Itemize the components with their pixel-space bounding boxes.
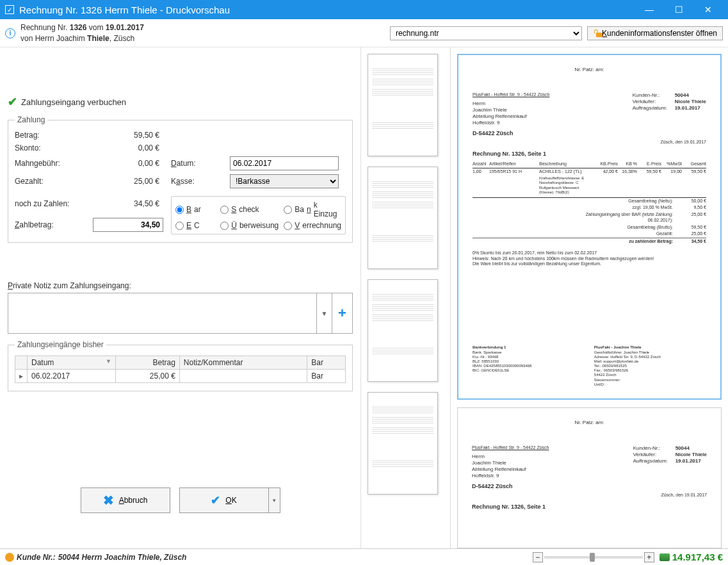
header-text: Rechnung Nr. 1326 vom 19.01.2017 von Her…	[20, 22, 385, 44]
thumbnail-panel	[360, 47, 450, 548]
page-thumbnail-1[interactable]	[368, 54, 438, 156]
zoom-in-button[interactable]: +	[644, 552, 654, 562]
cancel-button[interactable]: ✖ Abbruch	[81, 487, 170, 513]
preview-pane[interactable]: Nr. Patz: am: PlusFakt - Hoffeld Str. 9 …	[450, 47, 728, 548]
payment-fieldset: Zahlung Betrag: 59,50 € Skonto: 0,00 € M…	[8, 115, 353, 243]
close-button[interactable]: ✕	[693, 0, 723, 19]
zoom-knob[interactable]	[590, 553, 595, 562]
invoice-title: Rechnung Nr. 1326, Seite 1	[473, 151, 706, 158]
note-add-button[interactable]: +	[332, 293, 352, 333]
lbl-zahlbetrag: Zahlbetrag:	[15, 220, 85, 229]
val-gezahlt: 25,00 €	[93, 177, 163, 186]
main: ✔ Zahlungseingang verbuchen Zahlung Betr…	[0, 47, 728, 548]
page-thumbnail-4[interactable]	[368, 392, 438, 495]
app-icon: ✓	[5, 5, 14, 14]
template-select[interactable]: rechnung.ntr	[390, 26, 582, 40]
private-note-textarea[interactable]	[8, 293, 316, 333]
private-note-label: Private Notiz zum Zahlungseingang:	[8, 281, 353, 290]
radio-verrechnung[interactable]: Verrechnung	[284, 221, 341, 230]
payment-legend: Zahlung	[15, 115, 47, 124]
datum-input[interactable]	[230, 156, 339, 170]
history-fieldset: Zahlungseingänge bisher Datum ▼ Betrag N…	[8, 340, 353, 391]
dialog-buttons: ✖ Abbruch ✔ OK ▾	[8, 487, 353, 513]
radio-bank[interactable]: Bank Einzug	[284, 201, 341, 218]
lbl-kasse: Kasse:	[171, 177, 222, 186]
page-thumbnail-2[interactable]	[368, 167, 438, 269]
ok-button[interactable]: ✔ OK	[179, 487, 269, 513]
radio-scheck[interactable]: Scheck	[220, 201, 279, 218]
panel-title: ✔ Zahlungseingang verbuchen	[8, 95, 353, 109]
minimize-button[interactable]: —	[635, 0, 664, 19]
history-table: Datum ▼ Betrag Notiz/Kommentar Bar ▸ 06.…	[15, 356, 346, 383]
zoom-slider[interactable]: − +	[533, 552, 654, 563]
kasse-select[interactable]: !Barkasse	[230, 174, 339, 188]
val-skonto: 0,00 €	[93, 143, 163, 152]
open-customer-info-button[interactable]: Kundeninformationsfenster öffnen	[587, 26, 723, 40]
x-icon: ✖	[103, 493, 114, 508]
lbl-betrag: Betrag:	[15, 131, 85, 140]
check-icon: ✔	[8, 95, 17, 109]
table-row[interactable]: ▸ 06.02.2017 25,00 € Bar	[15, 370, 346, 383]
payment-panel: ✔ Zahlungseingang verbuchen Zahlung Betr…	[0, 47, 360, 548]
val-betrag: 59,50 €	[93, 131, 163, 140]
money-icon	[659, 553, 670, 561]
payment-method-radios: Bar Scheck Bank Einzug EC Überweisung Ve…	[171, 196, 346, 234]
nr-patz-line: Nr. Patz: am:	[473, 67, 706, 73]
ok-dropdown[interactable]: ▾	[269, 487, 280, 513]
person-icon	[5, 553, 14, 562]
radio-bar[interactable]: Bar	[175, 201, 215, 218]
item-row: Kraftstoffeffizienzklasse: E Nasshaftung…	[473, 176, 706, 196]
radio-ec[interactable]: EC	[175, 221, 215, 230]
radio-ueberweisung[interactable]: Überweisung	[220, 221, 279, 230]
invoice-notes: 0% Skonto bis zum 26.01.2017, rein Netto…	[473, 250, 706, 267]
col-betrag[interactable]: Betrag	[115, 356, 179, 370]
val-noch: 34,50 €	[93, 199, 163, 208]
lbl-datum: Datum:	[171, 159, 222, 168]
customer-status: Kunde Nr.: 50044 Herrn Joachim Thiele, Z…	[5, 553, 528, 562]
maximize-button[interactable]: ☐	[664, 0, 693, 19]
lbl-skonto: Skonto:	[15, 143, 85, 152]
lbl-mahngeb: Mahngebühr:	[15, 159, 85, 168]
preview-page-1: Nr. Patz: am: PlusFakt - Hoffeld Str. 9 …	[457, 54, 722, 400]
note-dropdown-button[interactable]: ▼	[316, 293, 332, 333]
items-header: Anzahl Artikel/Reifen Beschreibung KB-Pr…	[473, 161, 706, 168]
col-bar[interactable]: Bar	[307, 356, 346, 370]
window-controls: — ☐ ✕	[635, 0, 723, 19]
lbl-gezahlt: Gezahlt:	[15, 177, 85, 186]
check-icon: ✔	[211, 493, 220, 507]
private-note-box: ▼ +	[8, 293, 353, 334]
window-title: Rechnung Nr. 1326 Herrn Thiele - Druckvo…	[19, 4, 635, 15]
city-line: D-54422 Züsch	[473, 130, 706, 137]
history-legend: Zahlungseingänge bisher	[15, 340, 106, 349]
val-mahngeb: 0,00 €	[93, 159, 163, 168]
col-datum[interactable]: Datum ▼	[28, 356, 116, 370]
lbl-noch: noch zu Zahlen:	[15, 199, 85, 208]
col-notiz[interactable]: Notiz/Kommentar	[179, 356, 307, 370]
page-thumbnail-3[interactable]	[368, 279, 438, 382]
doc-date-line: Züsch, den 19.01.2017	[473, 140, 706, 145]
preview-page-2: Nr. Patz: am: PlusFakt - Hoffeld Str. 9 …	[457, 407, 722, 548]
info-icon: i	[5, 28, 15, 38]
balance-display: 14.917,43 €	[659, 552, 723, 562]
btn-label: undeninformationsfenster öffnen	[607, 29, 717, 38]
zahlbetrag-input[interactable]	[93, 218, 163, 232]
page-footer: Bankverbindung 1 Bank: Sparkasse Kto.-Nr…	[473, 345, 706, 387]
lock-icon	[593, 29, 599, 37]
titlebar: ✓ Rechnung Nr. 1326 Herrn Thiele - Druck…	[0, 0, 728, 19]
statusbar: Kunde Nr.: 50044 Herrn Joachim Thiele, Z…	[0, 548, 728, 565]
item-row: 1,00 195/65R15 91 H ACHILLES - 122 (TL) …	[473, 168, 706, 176]
invoice-meta: Kunden-Nr.:50044 Verkäufer:Nicole Thiele…	[633, 92, 706, 126]
header-toolbar: i Rechnung Nr. 1326 vom 19.01.2017 von H…	[0, 19, 728, 47]
recipient-address: PlusFakt - Hoffeld Str. 9 - 54422 Züsch …	[473, 92, 549, 126]
final-sum: zu zahlender Betrag:34,50 €	[473, 238, 706, 245]
zoom-out-button[interactable]: −	[533, 552, 543, 562]
